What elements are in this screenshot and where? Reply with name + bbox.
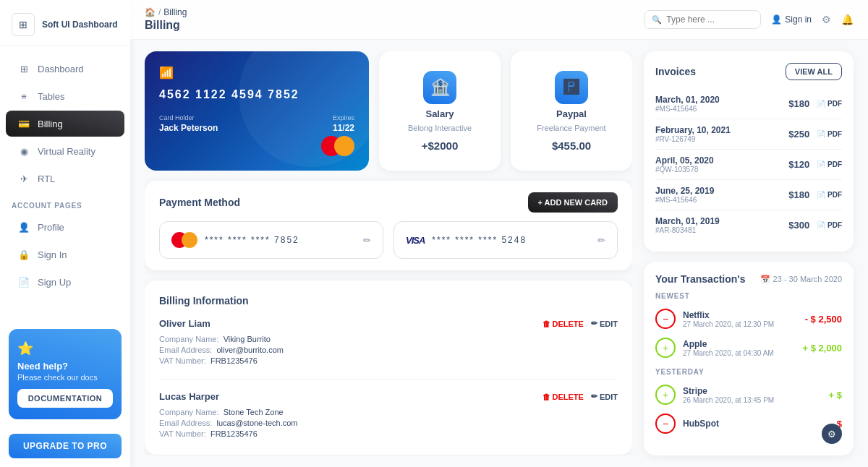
edit-button-0[interactable]: ✏ EDIT: [591, 319, 618, 328]
account-pages-label: ACCOUNT PAGES: [0, 193, 130, 213]
card-holder-label: Card Holder: [159, 114, 218, 121]
invoice-date-1: February, 10, 2021: [655, 125, 731, 135]
dashboard-icon: ⊞: [17, 62, 30, 75]
sidebar-item-virtual-reality[interactable]: ◉ Virtual Reality: [6, 138, 124, 164]
breadcrumb-separator: /: [158, 7, 161, 17]
profile-icon: 👤: [17, 220, 30, 234]
signin-button[interactable]: 👤 Sign in: [771, 14, 812, 25]
expires-label: Expires: [333, 114, 354, 121]
rtl-icon: ✈: [17, 172, 30, 185]
hubspot-icon: −: [655, 414, 676, 434]
payment-method-title: Payment Method: [159, 197, 240, 208]
notifications-icon[interactable]: 🔔: [841, 14, 854, 25]
yesterday-label: YESTERDAY: [655, 368, 842, 376]
netflix-name: Netflix: [683, 310, 798, 320]
gear-settings-icon[interactable]: ⚙: [822, 424, 842, 444]
salary-card: 🏦 Salary Belong Interactive +$2000: [379, 51, 501, 171]
mastercard-logo: [321, 136, 354, 156]
sidebar-item-sign-up[interactable]: 📄 Sign Up: [6, 269, 124, 295]
salary-label: Salary: [425, 108, 454, 119]
search-input[interactable]: [666, 14, 753, 25]
sidebar-item-sign-in[interactable]: 🔒 Sign In: [6, 241, 124, 267]
sidebar-item-tables[interactable]: ≡ Tables: [6, 83, 124, 109]
content-area: 📶 4562 1122 4594 7852 Card Holder Jack P…: [130, 40, 868, 467]
invoice-amount-3: $180: [788, 189, 809, 200]
sidebar-item-dashboard[interactable]: ⊞ Dashboard: [6, 56, 124, 82]
user-icon: 👤: [771, 14, 782, 25]
credit-card: 📶 4562 1122 4594 7852 Card Holder Jack P…: [145, 51, 369, 171]
billing-info-section: Billing Information Oliver Liam 🗑 DELETE…: [145, 280, 632, 455]
payment-methods-list: **** **** **** 7852 ✏ VISA **** **** ***…: [145, 221, 632, 270]
view-all-button[interactable]: VIEW ALL: [786, 63, 842, 80]
help-title: Need help?: [17, 361, 113, 372]
pdf-button-1[interactable]: 📄 PDF: [817, 130, 842, 138]
payment-method-section: Payment Method + ADD NEW CARD **** **** …: [145, 181, 632, 270]
invoice-amount-1: $250: [788, 129, 809, 140]
search-box[interactable]: 🔍: [644, 10, 761, 29]
expires-date: 11/22: [333, 123, 354, 133]
invoices-section: Invoices VIEW ALL March, 01, 2020 #MS-41…: [644, 51, 854, 252]
card-footer: Card Holder Jack Peterson Expires 11/22: [159, 114, 354, 133]
edit-visa-icon[interactable]: ✏: [597, 235, 605, 246]
invoice-item-0: March, 01, 2020 #MS-415646 $180 📄 PDF: [655, 89, 842, 119]
breadcrumb-page: Billing: [163, 7, 187, 17]
transaction-stripe: + Stripe 26 March 2020, at 13:45 PM + $: [655, 380, 842, 409]
card-number: 4562 1122 4594 7852: [159, 88, 354, 101]
pdf-button-0[interactable]: 📄 PDF: [817, 100, 842, 108]
date-range: 📅 23 - 30 March 2020: [760, 275, 842, 284]
invoice-amount-2: $120: [788, 159, 809, 170]
sidebar-item-label: RTL: [38, 173, 55, 184]
delete-button-1[interactable]: 🗑 DELETE: [542, 392, 584, 401]
visa-logo: VISA: [406, 235, 425, 246]
visa-number: **** **** **** 5248: [432, 235, 590, 245]
main-content: 🏠 / Billing Billing 🔍 👤 Sign in ⚙ 🔔: [130, 0, 868, 467]
delete-button-0[interactable]: 🗑 DELETE: [542, 319, 584, 328]
billing-info-title: Billing Information: [159, 295, 618, 307]
pdf-button-2[interactable]: 📄 PDF: [817, 160, 842, 168]
paypal-card: 🅿 Paypal Freelance Payment $455.00: [511, 51, 632, 171]
card-holder-name: Jack Peterson: [159, 123, 218, 133]
documentation-button[interactable]: DOCUMENTATION: [17, 389, 113, 408]
card-holder-section: Card Holder Jack Peterson: [159, 114, 218, 133]
paypal-amount: $455.00: [552, 140, 591, 152]
sidebar-nav: ⊞ Dashboard ≡ Tables 💳 Billing ◉ Virtual…: [0, 46, 130, 320]
billing-name-1: Lucas Harper: [159, 391, 219, 402]
logo-icon: ⊞: [12, 13, 35, 36]
transactions-header: Your Transaction's 📅 23 - 30 March 2020: [655, 273, 842, 285]
billing-entry-1-header: Lucas Harper 🗑 DELETE ✏ EDIT: [159, 391, 618, 402]
sidebar-item-rtl[interactable]: ✈ RTL: [6, 166, 124, 192]
salary-amount: +$2000: [422, 140, 458, 152]
pdf-button-4[interactable]: 📄 PDF: [817, 221, 842, 229]
invoice-id-3: #MS-415646: [655, 196, 714, 204]
upgrade-button[interactable]: UPGRADE TO PRO: [9, 434, 122, 458]
sidebar-item-label: Profile: [38, 222, 64, 233]
billing-email-1: Email Address: lucas@stone-tech.com: [159, 419, 618, 427]
billing-actions-1: 🗑 DELETE ✏ EDIT: [542, 392, 618, 401]
sidebar-item-billing[interactable]: 💳 Billing: [6, 111, 124, 137]
payment-method-visa: VISA **** **** **** 5248 ✏: [393, 221, 618, 259]
invoice-id-1: #RV-126749: [655, 135, 731, 143]
paypal-label: Paypal: [556, 108, 587, 119]
add-new-card-button[interactable]: + ADD NEW CARD: [528, 192, 618, 213]
pdf-button-3[interactable]: 📄 PDF: [817, 191, 842, 199]
netflix-date: 27 March 2020, at 12:30 PM: [683, 320, 798, 328]
search-icon: 🔍: [652, 15, 662, 25]
header-right: 🔍 👤 Sign in ⚙ 🔔: [644, 10, 854, 29]
help-sub: Please check our docs: [17, 373, 113, 382]
header: 🏠 / Billing Billing 🔍 👤 Sign in ⚙ 🔔: [130, 0, 868, 40]
billing-entry-1: Lucas Harper 🗑 DELETE ✏ EDIT Company Nam…: [159, 391, 618, 438]
payment-method-header: Payment Method + ADD NEW CARD: [145, 181, 632, 221]
invoices-title: Invoices: [655, 66, 696, 77]
edit-mastercard-icon[interactable]: ✏: [363, 235, 371, 246]
billing-actions-0: 🗑 DELETE ✏ EDIT: [542, 319, 618, 328]
settings-icon[interactable]: ⚙: [822, 14, 831, 25]
invoices-header: Invoices VIEW ALL: [655, 63, 842, 80]
sidebar: ⊞ Soft UI Dashboard ⊞ Dashboard ≡ Tables…: [0, 0, 130, 467]
invoice-date-3: June, 25, 2019: [655, 186, 714, 196]
sidebar-item-label: Billing: [38, 119, 63, 129]
header-left: 🏠 / Billing Billing: [145, 7, 187, 32]
sidebar-item-profile[interactable]: 👤 Profile: [6, 214, 124, 240]
billing-vat-1: VAT Number: FRB1235476: [159, 429, 618, 438]
edit-button-1[interactable]: ✏ EDIT: [591, 392, 618, 401]
sidebar-help-box: ⭐ Need help? Please check our docs DOCUM…: [9, 329, 122, 419]
